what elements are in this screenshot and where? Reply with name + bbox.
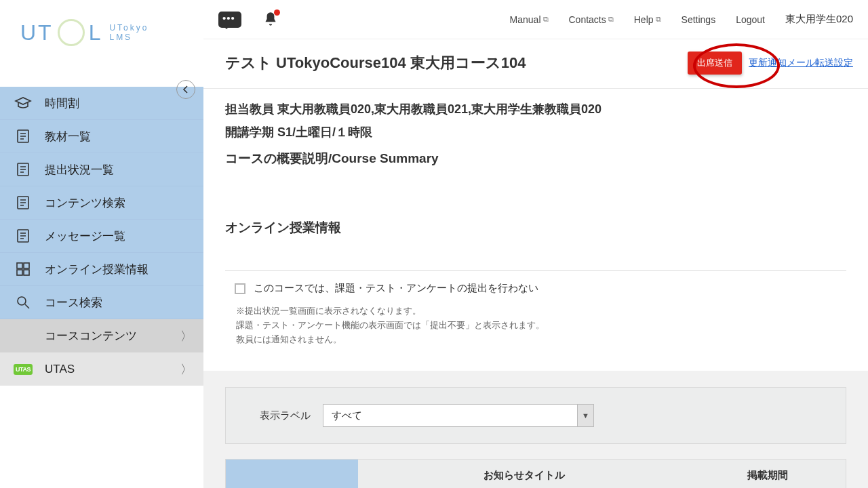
sidebar-item-submissions[interactable]: 提出状況一覧 [0, 153, 203, 186]
attendance-send-button[interactable]: 出席送信 [688, 52, 742, 75]
chevron-right-icon: 〉 [180, 361, 193, 378]
notification-badge [274, 9, 280, 16]
content-scroll[interactable]: テスト UTokyoCourse104 東大用コース104 出席送信 更新通知メ… [203, 39, 868, 488]
toplink-contacts[interactable]: Contacts⧉ [569, 14, 614, 25]
sidebar-item-messages[interactable]: メッセージ一覧 [0, 220, 203, 253]
instructor-line: 担当教員 東大用教職員020,東大用教職員021,東大用学生兼教職員020 [225, 101, 846, 117]
document-icon [14, 160, 33, 179]
sidebar-item-timetable[interactable]: 時間割 [0, 87, 203, 120]
sidebar-item-online-class[interactable]: オンライン授業情報 [0, 253, 203, 286]
sidebar-item-label: 提出状況一覧 [45, 162, 114, 178]
document-icon [14, 193, 33, 212]
select-value: すべて [323, 409, 577, 422]
current-user: 東大用学生020 [785, 13, 853, 26]
course-info-block: 担当教員 東大用教職員020,東大用教職員021,東大用学生兼教職員020 開講… [203, 89, 868, 195]
submission-note: ※提出状況一覧画面に表示されなくなります。 課題・テスト・アンケート機能の表示画… [235, 304, 837, 346]
sidebar-item-course-search[interactable]: コース検索 [0, 286, 203, 319]
logo: UT L UTokyoLMS [0, 0, 203, 53]
main-area: ••• Manual⧉ Contacts⧉ Help⧉ Settings Log… [203, 0, 868, 488]
filter-label: 表示ラベル [260, 409, 311, 422]
no-submission-label: このコースでは、課題・テスト・アンケートの提出を行わない [254, 282, 538, 295]
toplink-manual[interactable]: Manual⧉ [510, 14, 549, 25]
chevron-down-icon: ▼ [577, 405, 593, 426]
sidebar-item-label: 教材一覧 [45, 129, 91, 144]
toplink-settings[interactable]: Settings [682, 14, 716, 25]
sidebar-item-label: オンライン授業情報 [45, 262, 149, 277]
sidebar-item-label: コンテンツ検索 [45, 195, 125, 211]
chevron-right-icon: 〉 [180, 328, 193, 344]
col-title: お知らせタイトル [358, 469, 690, 482]
blank-icon [14, 327, 33, 346]
messages-icon[interactable]: ••• [218, 12, 241, 28]
svg-rect-7 [24, 270, 29, 275]
sidebar-sub-utas[interactable]: UTAS UTAS 〉 [0, 352, 203, 386]
svg-point-8 [18, 297, 26, 305]
no-submission-checkbox[interactable] [235, 283, 245, 294]
col-period: 掲載期間 [690, 469, 846, 482]
svg-rect-6 [17, 270, 22, 275]
label-filter-select[interactable]: すべて ▼ [323, 404, 594, 427]
table-header-tab-active[interactable] [226, 460, 358, 488]
external-link-icon: ⧉ [608, 15, 614, 24]
topbar: ••• Manual⧉ Contacts⧉ Help⧉ Settings Log… [203, 0, 868, 39]
mail-forward-settings-link[interactable]: 更新通知メール転送設定 [749, 57, 853, 69]
submission-opt-block: このコースでは、課題・テスト・アンケートの提出を行わない ※提出状況一覧画面に表… [203, 270, 868, 371]
logo-text-a: UT [20, 20, 54, 45]
collapse-sidebar-button[interactable] [176, 80, 195, 99]
announcements-table-header: お知らせタイトル 掲載期間 [225, 459, 846, 488]
toplink-help[interactable]: Help⧉ [634, 14, 661, 25]
logo-tagline: UTokyoLMS [109, 23, 149, 43]
notifications-icon[interactable] [262, 11, 279, 28]
svg-rect-4 [17, 263, 22, 268]
sidebar-item-label: メッセージ一覧 [45, 228, 125, 244]
course-summary-header: コースの概要説明/Course Summary [225, 150, 846, 167]
search-icon [14, 293, 33, 312]
external-link-icon: ⧉ [656, 15, 661, 24]
logo-text-b: L [89, 20, 103, 45]
sidebar-sub-course-contents[interactable]: コースコンテンツ 〉 [0, 319, 203, 352]
mortarboard-icon [14, 94, 33, 113]
document-icon [14, 226, 33, 245]
external-link-icon: ⧉ [543, 15, 549, 24]
sidebar-nav: 時間割 教材一覧 提出状況一覧 コンテンツ検索 メッセージ一覧 [0, 87, 203, 386]
sidebar-item-label: 時間割 [45, 96, 79, 111]
sidebar-item-content-search[interactable]: コンテンツ検索 [0, 186, 203, 220]
online-class-block: オンライン授業情報 [203, 195, 868, 270]
sidebar-item-materials[interactable]: 教材一覧 [0, 120, 203, 153]
utas-icon: UTAS [14, 360, 33, 379]
label-filter-panel: 表示ラベル すべて ▼ [225, 387, 846, 444]
term-line: 開講学期 S1/土曜日/１時限 [225, 124, 846, 140]
grid-icon [14, 260, 33, 279]
document-icon [14, 127, 33, 146]
logo-ring-icon [58, 19, 85, 46]
svg-rect-5 [24, 263, 29, 268]
course-header: テスト UTokyoCourse104 東大用コース104 出席送信 更新通知メ… [203, 39, 868, 89]
sidebar-item-label: コースコンテンツ [45, 328, 137, 344]
online-class-header: オンライン授業情報 [225, 219, 846, 237]
toplink-logout[interactable]: Logout [736, 14, 765, 25]
sidebar: UT L UTokyoLMS 時間割 教材一覧 提出状況一覧 [0, 0, 203, 488]
sidebar-item-label: コース検索 [45, 295, 102, 310]
sidebar-item-label: UTAS [45, 363, 75, 376]
